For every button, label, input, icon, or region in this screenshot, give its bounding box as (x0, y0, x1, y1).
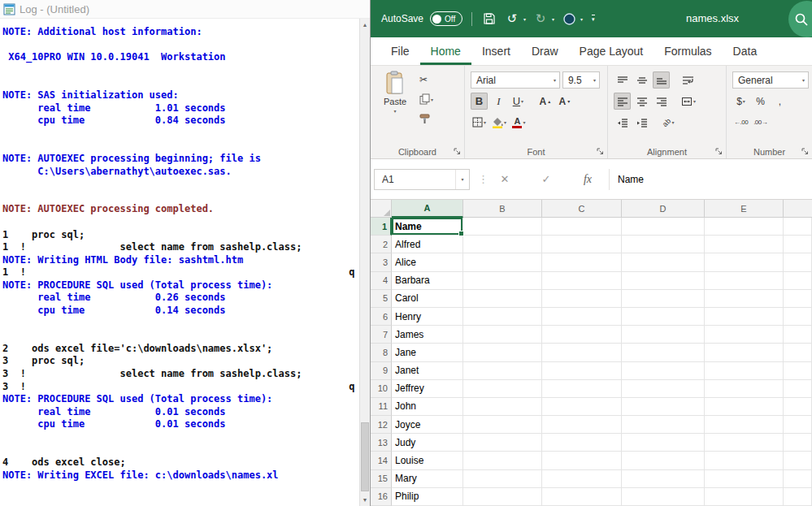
fill-color-button[interactable]: ▾ (490, 114, 508, 131)
decrease-font-size-button[interactable]: A▾ (556, 93, 573, 110)
cell-F16[interactable] (784, 488, 812, 506)
cell-C13[interactable] (542, 434, 622, 452)
row-header-6[interactable]: 6 (371, 308, 392, 326)
cell-E8[interactable] (705, 344, 784, 361)
increase-indent-icon[interactable] (633, 114, 650, 131)
cell-A8[interactable]: Jane (392, 344, 463, 361)
cell-E3[interactable] (705, 253, 784, 271)
row-header-16[interactable]: 16 (371, 488, 392, 506)
increase-font-size-button[interactable]: A▴ (536, 93, 554, 110)
row-header-5[interactable]: 5 (371, 290, 392, 308)
cell-A12[interactable]: Joyce (392, 416, 463, 434)
cell-F7[interactable] (784, 326, 812, 344)
cell-E14[interactable] (705, 452, 784, 469)
cell-D8[interactable] (622, 344, 705, 361)
row-header-12[interactable]: 12 (371, 416, 392, 434)
cell-F6[interactable] (784, 308, 812, 326)
cell-B9[interactable] (463, 362, 542, 380)
cell-D11[interactable] (622, 398, 705, 416)
merge-center-button[interactable]: ▾ (680, 93, 697, 110)
row-header-9[interactable]: 9 (371, 362, 392, 380)
row-header-7[interactable]: 7 (371, 326, 392, 344)
undo-chevron-icon[interactable]: ▾ (523, 16, 526, 22)
copy-button[interactable]: ▾ (418, 90, 435, 108)
increase-decimal-button[interactable]: ←.00 (732, 114, 749, 131)
italic-button[interactable]: I (490, 93, 507, 110)
cell-F5[interactable] (784, 290, 812, 308)
ribbon-tab-data[interactable]: Data (723, 37, 768, 65)
cell-D13[interactable] (622, 434, 705, 452)
cell-C5[interactable] (542, 290, 622, 308)
decrease-decimal-button[interactable]: .00→ (752, 114, 769, 131)
cell-E16[interactable] (705, 488, 784, 506)
row-header-4[interactable]: 4 (371, 272, 392, 290)
cell-A2[interactable]: Alfred (392, 236, 463, 253)
cell-B15[interactable] (463, 470, 542, 488)
cell-B10[interactable] (463, 380, 542, 398)
enter-icon[interactable]: ✓ (536, 173, 556, 185)
bold-button[interactable]: B (471, 93, 488, 110)
cell-E7[interactable] (705, 326, 784, 344)
name-box[interactable]: A1▾ (374, 169, 470, 190)
cell-F11[interactable] (784, 398, 812, 416)
ribbon-tab-file[interactable]: File (380, 37, 420, 65)
row-header-2[interactable]: 2 (371, 236, 392, 253)
cell-A3[interactable]: Alice (392, 253, 463, 271)
cell-A7[interactable]: James (392, 326, 463, 344)
cell-C2[interactable] (542, 236, 622, 253)
cell-D2[interactable] (622, 236, 705, 253)
cell-F2[interactable] (784, 236, 812, 253)
ribbon-tab-formulas[interactable]: Formulas (654, 37, 722, 65)
log-vertical-scrollbar[interactable]: ▲ ▼ (359, 19, 370, 506)
orientation-button[interactable]: ab▾ (660, 114, 677, 131)
cell-D6[interactable] (622, 308, 705, 326)
ribbon-tab-home[interactable]: Home (420, 37, 471, 65)
cell-C7[interactable] (542, 326, 622, 344)
cell-C4[interactable] (542, 272, 622, 290)
cell-B16[interactable] (463, 488, 542, 506)
cell-B7[interactable] (463, 326, 542, 344)
cell-D4[interactable] (622, 272, 705, 290)
alignment-dialog-launcher[interactable] (714, 147, 723, 156)
cell-E5[interactable] (705, 290, 784, 308)
column-header-partial[interactable] (784, 200, 812, 218)
cell-E2[interactable] (705, 236, 784, 253)
cell-B8[interactable] (463, 344, 542, 361)
save-icon[interactable] (481, 8, 497, 29)
cell-B12[interactable] (463, 416, 542, 434)
underline-button[interactable]: U▾ (510, 93, 527, 110)
font-color-button[interactable]: A ▾ (510, 114, 528, 131)
number-dialog-launcher[interactable] (801, 147, 810, 156)
cell-B1[interactable] (463, 218, 542, 236)
cell-D16[interactable] (622, 488, 705, 506)
row-header-14[interactable]: 14 (371, 452, 392, 469)
cell-C3[interactable] (542, 253, 622, 271)
cell-D14[interactable] (622, 452, 705, 469)
align-bottom-icon[interactable] (653, 71, 670, 89)
cell-A1[interactable]: Name (392, 218, 463, 236)
cell-E1[interactable] (705, 218, 784, 236)
cell-F9[interactable] (784, 362, 812, 380)
row-header-3[interactable]: 3 (371, 253, 392, 271)
cell-D7[interactable] (622, 326, 705, 344)
cell-F1[interactable] (784, 218, 812, 236)
align-left-icon[interactable] (614, 93, 631, 110)
cell-A15[interactable]: Mary (392, 470, 463, 488)
cell-E4[interactable] (705, 272, 784, 290)
log-content[interactable]: NOTE: Additional host information: X64_1… (0, 19, 359, 506)
cell-A16[interactable]: Philip (392, 488, 463, 506)
redo-chevron-icon[interactable]: ▾ (552, 16, 554, 22)
scroll-up-icon[interactable]: ▲ (360, 19, 370, 31)
cell-C11[interactable] (542, 398, 622, 416)
cell-F14[interactable] (784, 452, 812, 469)
accounting-format-button[interactable]: $▾ (732, 93, 749, 110)
cell-E10[interactable] (705, 380, 784, 398)
cell-C6[interactable] (542, 308, 622, 326)
font-dialog-launcher[interactable] (596, 147, 605, 156)
cell-F3[interactable] (784, 253, 812, 271)
row-header-11[interactable]: 11 (371, 398, 392, 416)
cell-C8[interactable] (542, 344, 622, 361)
align-center-icon[interactable] (633, 93, 650, 110)
align-right-icon[interactable] (653, 93, 670, 110)
cell-C1[interactable] (542, 218, 622, 236)
